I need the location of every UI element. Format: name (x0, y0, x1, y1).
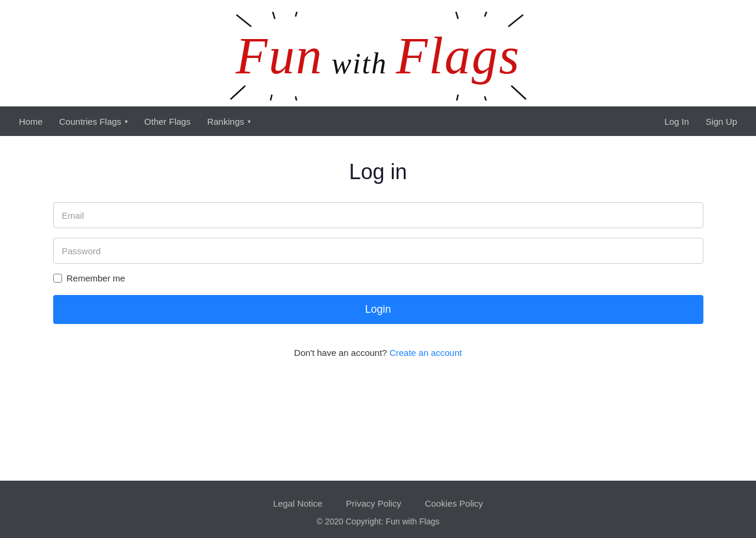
footer-legal-notice[interactable]: Legal Notice (273, 498, 322, 508)
main-content: Log in Remember me Login Don't have an a… (0, 136, 756, 481)
password-input[interactable] (53, 238, 703, 264)
login-button[interactable]: Login (53, 295, 703, 324)
svg-line-3 (455, 12, 458, 19)
logo-fun: Fun (236, 27, 323, 85)
nav-home[interactable]: Home (12, 108, 50, 135)
password-group (53, 238, 703, 264)
svg-line-7 (269, 95, 272, 101)
login-form: Remember me Login Don't have an account?… (53, 202, 703, 358)
no-account-text: Don't have an account? Create an account (53, 348, 703, 358)
svg-line-2 (296, 12, 298, 17)
svg-line-5 (508, 15, 523, 27)
nav-rankings[interactable]: Rankings ▾ (200, 108, 258, 135)
svg-line-4 (485, 12, 489, 17)
remember-checkbox[interactable] (53, 274, 62, 283)
logo-with: with (323, 47, 396, 80)
countries-flags-caret: ▾ (125, 118, 128, 125)
footer-cookies-policy[interactable]: Cookies Policy (425, 498, 483, 508)
svg-line-11 (511, 86, 526, 99)
site-header: Fun with Flags (0, 0, 756, 106)
footer-copyright: © 2020 Copyright: Fun with Flags (317, 517, 440, 526)
navbar-left: Home Countries Flags ▾ Other Flags Ranki… (12, 108, 657, 135)
svg-line-1 (272, 12, 275, 19)
remember-label: Remember me (67, 273, 125, 283)
svg-line-0 (236, 15, 251, 27)
footer-links: Legal Notice Privacy Policy Cookies Poli… (273, 498, 483, 508)
page-title: Log in (349, 160, 407, 184)
svg-line-10 (485, 96, 489, 101)
logo: Fun with Flags (195, 12, 562, 101)
site-footer: Legal Notice Privacy Policy Cookies Poli… (0, 481, 756, 538)
remember-group: Remember me (53, 273, 703, 283)
logo-flags: Flags (396, 27, 520, 85)
create-account-link[interactable]: Create an account (390, 348, 462, 358)
svg-line-9 (455, 95, 458, 101)
email-input[interactable] (53, 202, 703, 228)
svg-line-6 (231, 86, 245, 99)
nav-signup[interactable]: Sign Up (699, 108, 744, 135)
navbar-right: Log In Sign Up (657, 108, 744, 135)
nav-countries-flags[interactable]: Countries Flags ▾ (52, 108, 135, 135)
rankings-caret: ▾ (248, 118, 251, 125)
main-navbar: Home Countries Flags ▾ Other Flags Ranki… (0, 106, 756, 136)
nav-login[interactable]: Log In (657, 108, 696, 135)
email-group (53, 202, 703, 228)
footer-privacy-policy[interactable]: Privacy Policy (346, 498, 401, 508)
nav-other-flags[interactable]: Other Flags (137, 108, 197, 135)
svg-line-8 (296, 96, 298, 101)
